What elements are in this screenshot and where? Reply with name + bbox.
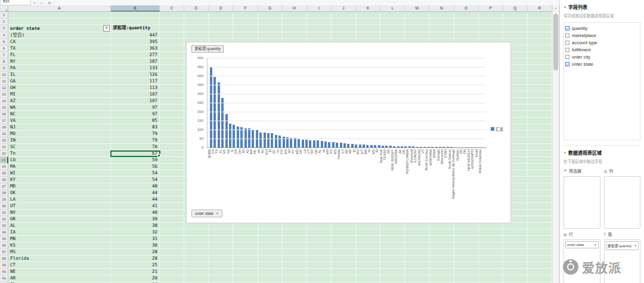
row-header-8[interactable]: 8 — [0, 59, 8, 65]
cell-C20[interactable] — [160, 137, 184, 144]
area-chip[interactable]: order state▼ — [565, 241, 599, 248]
cell-B21[interactable]: 70 — [111, 144, 160, 150]
cell-M36[interactable] — [405, 242, 429, 249]
cell-A26[interactable]: KY — [8, 177, 111, 183]
cell-M3[interactable] — [405, 25, 429, 32]
row-header-30[interactable]: 30 — [0, 203, 8, 210]
cell-B34[interactable]: 32 — [111, 229, 160, 236]
cell-C29[interactable] — [160, 196, 184, 203]
cell-B36[interactable]: 30 — [111, 242, 160, 249]
cell-J39[interactable] — [332, 262, 356, 269]
cell-B7[interactable]: 277 — [111, 52, 160, 59]
row-header-2[interactable]: 2 — [0, 19, 8, 25]
cell-E4[interactable] — [209, 32, 233, 39]
cell-N1[interactable] — [429, 12, 454, 19]
cell-R18[interactable] — [528, 124, 552, 131]
cell-B15[interactable]: 97 — [111, 104, 160, 111]
scroll-up-icon[interactable]: ▲ — [553, 5, 559, 11]
cell-R36[interactable] — [528, 242, 552, 249]
row-header-32[interactable]: 32 — [0, 216, 8, 223]
cell-L3[interactable] — [380, 25, 405, 32]
cell-L2[interactable] — [380, 19, 405, 25]
cell-L40[interactable] — [380, 269, 405, 275]
cell-C24[interactable] — [160, 164, 184, 170]
cell-B19[interactable]: 79 — [111, 131, 160, 137]
cell-P34[interactable] — [479, 229, 503, 236]
cell-C21[interactable] — [160, 144, 184, 150]
column-header-R[interactable]: R — [528, 5, 552, 11]
cell-C13[interactable] — [160, 91, 184, 98]
cell-E37[interactable] — [209, 249, 233, 256]
row-header-20[interactable]: 20 — [0, 137, 8, 144]
cell-D1[interactable] — [184, 12, 209, 19]
checkbox-icon[interactable] — [565, 48, 569, 52]
cell-Q37[interactable] — [503, 249, 528, 256]
filters-area-box[interactable] — [564, 176, 600, 229]
cell-M41[interactable] — [405, 275, 429, 282]
cell-N2[interactable] — [429, 19, 454, 25]
cell-C4[interactable] — [160, 32, 184, 39]
cell-R2[interactable] — [528, 19, 552, 25]
cell-R35[interactable] — [528, 236, 552, 242]
cell-D36[interactable] — [184, 242, 209, 249]
cell-F4[interactable] — [233, 32, 258, 39]
cell-A16[interactable]: NC — [8, 111, 111, 118]
cell-L36[interactable] — [380, 242, 405, 249]
row-header-24[interactable]: 24 — [0, 164, 8, 170]
row-header-12[interactable]: 12 — [0, 85, 8, 91]
cell-R33[interactable] — [528, 223, 552, 229]
cell-J2[interactable] — [332, 19, 356, 25]
checkbox-icon[interactable] — [565, 41, 569, 45]
cell-Q1[interactable] — [503, 12, 528, 19]
cell-J36[interactable] — [332, 242, 356, 249]
cell-M2[interactable] — [405, 19, 429, 25]
vertical-scrollbar[interactable]: ▲ — [552, 5, 559, 283]
cell-H2[interactable] — [283, 19, 307, 25]
cell-C16[interactable] — [160, 111, 184, 118]
cell-P2[interactable] — [479, 19, 503, 25]
cell-I36[interactable] — [307, 242, 332, 249]
cell-R37[interactable] — [528, 249, 552, 256]
cell-E2[interactable] — [209, 19, 233, 25]
row-header-18[interactable]: 18 — [0, 124, 8, 131]
cell-C27[interactable] — [160, 183, 184, 190]
cell-I33[interactable] — [307, 223, 332, 229]
cell-D35[interactable] — [184, 236, 209, 242]
cell-H34[interactable] — [283, 229, 307, 236]
row-header-1[interactable]: 1 — [0, 12, 8, 19]
cell-R41[interactable] — [528, 275, 552, 282]
cell-B27[interactable]: 48 — [111, 183, 160, 190]
row-header-4[interactable]: 4 — [0, 32, 8, 39]
row-header-34[interactable]: 34 — [0, 229, 8, 236]
row-header-23[interactable]: 23 — [0, 157, 8, 164]
cell-H41[interactable] — [283, 275, 307, 282]
cell-A40[interactable]: NE — [8, 269, 111, 275]
cell-N41[interactable] — [429, 275, 454, 282]
cell-L41[interactable] — [380, 275, 405, 282]
cell-P33[interactable] — [479, 223, 503, 229]
cell-C3[interactable] — [160, 25, 184, 32]
fx-icon[interactable]: fx — [46, 1, 54, 5]
cell-B25[interactable]: 54 — [111, 170, 160, 177]
cell-J34[interactable] — [332, 229, 356, 236]
cell-L34[interactable] — [380, 229, 405, 236]
cell-R38[interactable] — [528, 256, 552, 262]
cell-N36[interactable] — [429, 242, 454, 249]
pivot-chart[interactable]: 求和项:quantity (空白)CATXFLNYPAILGAOHMIAZWAN… — [186, 42, 511, 223]
cell-B11[interactable]: 117 — [111, 78, 160, 85]
cell-L33[interactable] — [380, 223, 405, 229]
cell-H38[interactable] — [283, 256, 307, 262]
cell-P35[interactable] — [479, 236, 503, 242]
cell-L37[interactable] — [380, 249, 405, 256]
cell-A39[interactable]: CT — [8, 262, 111, 269]
cell-A12[interactable]: OH — [8, 85, 111, 91]
cell-C36[interactable] — [160, 242, 184, 249]
checkbox-checked-icon[interactable]: ✓ — [565, 62, 569, 66]
cell-C8[interactable] — [160, 59, 184, 65]
cell-H3[interactable] — [283, 25, 307, 32]
cell-M35[interactable] — [405, 236, 429, 242]
cell-O2[interactable] — [454, 19, 479, 25]
cell-R30[interactable] — [528, 203, 552, 210]
cell-A28[interactable]: OK — [8, 190, 111, 196]
cell-M33[interactable] — [405, 223, 429, 229]
